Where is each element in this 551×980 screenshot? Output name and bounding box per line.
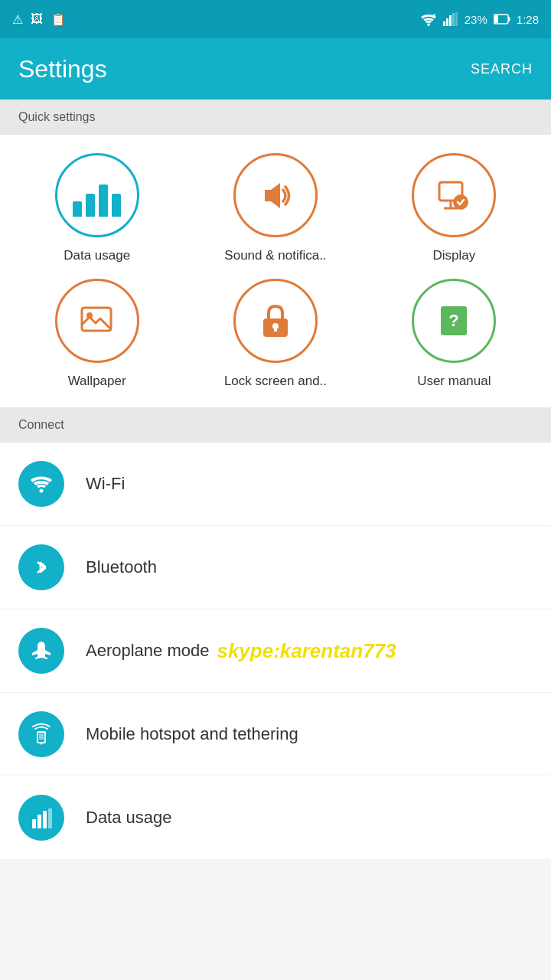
svg-rect-18: [274, 326, 277, 332]
qs-circle-display: [412, 153, 496, 237]
hotspot-label: Mobile hotspot and tethering: [86, 724, 298, 744]
qs-label-user-manual: User manual: [417, 374, 491, 389]
bluetooth-item[interactable]: Bluetooth: [0, 526, 551, 609]
connect-section-header: Connect: [0, 407, 551, 443]
svg-point-25: [41, 743, 43, 745]
connect-section: Wi-Fi Bluetooth Aeroplane mode skype:kar…: [0, 443, 551, 859]
svg-point-21: [40, 489, 44, 493]
svg-rect-29: [48, 808, 52, 828]
qs-label-lock-screen: Lock screen and..: [224, 374, 327, 389]
status-right: 23% 1:28: [420, 12, 539, 26]
svg-marker-9: [265, 183, 280, 208]
aeroplane-icon-circle: [18, 628, 64, 674]
svg-rect-7: [494, 15, 498, 23]
svg-rect-24: [39, 733, 44, 740]
svg-rect-4: [452, 13, 455, 26]
svg-text:?: ?: [449, 311, 459, 330]
quick-settings-row-1: Data usage Sound & notifica..: [8, 153, 543, 263]
data-usage-label-2: Data usage: [86, 808, 172, 828]
svg-point-0: [427, 23, 430, 26]
lock-icon: [256, 300, 295, 342]
status-left: ⚠ 🖼 📋: [12, 12, 66, 27]
qs-circle-data-usage: [55, 153, 139, 237]
aeroplane-label: Aeroplane mode: [86, 641, 209, 661]
bluetooth-label: Bluetooth: [86, 557, 157, 577]
svg-rect-3: [449, 15, 452, 26]
hotspot-icon-circle: [18, 711, 64, 757]
qs-circle-sound: [233, 153, 318, 237]
qs-circle-manual: ?: [412, 279, 496, 363]
wallpaper-icon: [76, 300, 118, 342]
data-usage-item[interactable]: Data usage: [0, 776, 551, 859]
svg-rect-5: [455, 12, 458, 26]
qs-item-data-usage[interactable]: Data usage: [21, 153, 174, 263]
data-usage-icon: [73, 175, 121, 217]
sd-icon: 📋: [51, 12, 66, 27]
search-button[interactable]: SEARCH: [471, 61, 533, 77]
battery-percent: 23%: [465, 13, 487, 26]
quick-settings-row-2: Wallpaper Lock screen and.. ?: [8, 279, 543, 389]
qs-item-display[interactable]: Display: [377, 153, 530, 263]
battery-icon: [494, 14, 510, 24]
data-usage-icon-circle: [18, 795, 64, 841]
watermark-text: skype:karentan773: [217, 639, 396, 663]
manual-icon: ?: [435, 300, 473, 342]
qs-label-data-usage: Data usage: [64, 248, 130, 263]
wifi-status-icon: [420, 12, 437, 26]
qs-circle-lock: [233, 279, 318, 363]
svg-rect-8: [508, 17, 510, 21]
hotspot-item[interactable]: Mobile hotspot and tethering: [0, 693, 551, 776]
wifi-item[interactable]: Wi-Fi: [0, 443, 551, 526]
wifi-icon: [30, 472, 53, 495]
svg-rect-2: [446, 18, 448, 26]
qs-label-wallpaper: Wallpaper: [68, 374, 126, 389]
aeroplane-item[interactable]: Aeroplane mode skype:karentan773: [0, 609, 551, 693]
qs-item-lock-screen[interactable]: Lock screen and..: [199, 279, 352, 389]
qs-item-wallpaper[interactable]: Wallpaper: [21, 279, 174, 389]
image-icon: 🖼: [31, 12, 43, 26]
time-display: 1:28: [517, 13, 539, 26]
settings-header: Settings SEARCH: [0, 38, 551, 100]
hotspot-icon: [30, 723, 53, 746]
data-bar-icon: [30, 806, 53, 829]
svg-rect-26: [32, 819, 36, 828]
bluetooth-icon-circle: [18, 544, 64, 590]
qs-label-display: Display: [432, 248, 475, 263]
status-bar: ⚠ 🖼 📋 23% 1:28: [0, 0, 551, 38]
quick-settings-grid: Data usage Sound & notifica..: [0, 135, 551, 407]
wifi-icon-circle: [18, 461, 64, 507]
bluetooth-icon: [30, 556, 53, 579]
qs-label-sound: Sound & notifica..: [224, 248, 326, 263]
svg-rect-27: [37, 815, 41, 828]
qs-circle-wallpaper: [55, 279, 139, 363]
signal-icon: [443, 12, 458, 26]
qs-item-user-manual[interactable]: ? User manual: [377, 279, 530, 389]
sound-icon: [254, 175, 296, 217]
qs-item-sound[interactable]: Sound & notifica..: [199, 153, 352, 263]
svg-rect-28: [43, 811, 47, 828]
airplane-icon: [30, 639, 53, 662]
wifi-label: Wi-Fi: [86, 474, 125, 494]
quick-settings-header: Quick settings: [0, 100, 551, 135]
page-title: Settings: [18, 55, 107, 83]
warning-icon: ⚠: [12, 12, 23, 27]
display-icon: [433, 175, 475, 217]
svg-rect-1: [443, 21, 445, 26]
